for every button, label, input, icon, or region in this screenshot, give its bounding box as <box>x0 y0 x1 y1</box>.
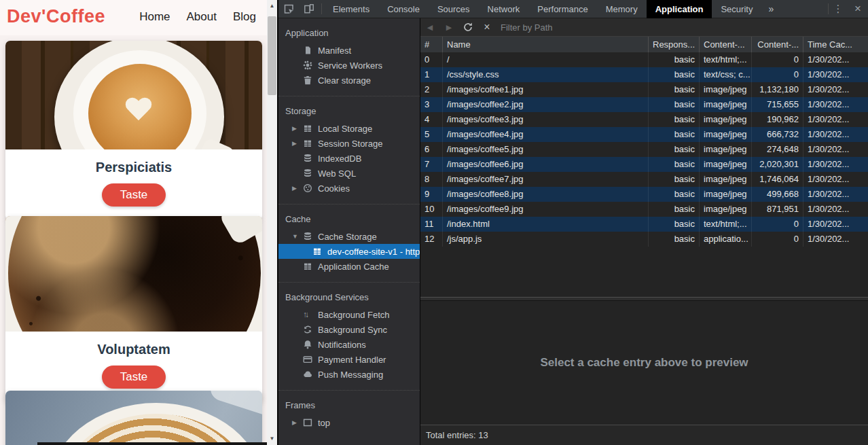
cell-response-type: basic <box>649 67 700 82</box>
scroll-down-icon[interactable]: ▼ <box>267 433 277 444</box>
devtools-tabbar: ElementsConsoleSourcesNetworkPerformance… <box>278 0 868 18</box>
cell-row-index: 4 <box>420 112 443 127</box>
cell-time-cached: 1/30/202... <box>803 217 868 232</box>
scroll-up-icon[interactable]: ▲ <box>267 0 277 11</box>
cache-entry-row[interactable]: 3/images/coffee2.jpgbasicimage/jpeg715,6… <box>420 97 868 112</box>
column-header-entry-name[interactable]: Name <box>443 37 649 52</box>
taste-button[interactable]: Taste <box>102 366 166 389</box>
inspect-element-icon[interactable] <box>278 0 299 18</box>
devtools-panel: ElementsConsoleSourcesNetworkPerformance… <box>277 0 868 445</box>
chevron-collapsed-icon[interactable]: ▶ <box>292 125 303 132</box>
cache-entry-row[interactable]: 0/basictext/html;...01/30/202... <box>420 52 868 67</box>
card-body: PerspiciatisTaste <box>5 149 262 220</box>
column-header-content-type[interactable]: Content-... <box>700 37 752 52</box>
column-header-time-cached[interactable]: Time Cac... <box>803 37 868 52</box>
nav-link-about[interactable]: About <box>187 10 217 24</box>
sidebar-item-top[interactable]: ▶top <box>278 415 420 430</box>
sidebar-item-service-workers[interactable]: Service Workers <box>278 58 420 73</box>
cache-entry-row[interactable]: 4/images/coffee3.jpgbasicimage/jpeg190,9… <box>420 112 868 127</box>
clear-icon: × <box>484 21 490 33</box>
sidebar-item-indexeddb[interactable]: IndexedDB <box>278 151 420 166</box>
cell-row-index: 3 <box>420 97 443 112</box>
column-header-response-type[interactable]: Respons... <box>649 37 700 52</box>
sidebar-item-background-sync[interactable]: Background Sync <box>278 322 420 337</box>
cache-statusbar: Total entries: 13 <box>420 425 868 445</box>
sidebar-item-dev-coffee-site-v1-http[interactable]: dev-coffee-site-v1 - http <box>278 244 420 259</box>
sidebar-item-notifications[interactable]: Notifications <box>278 337 420 352</box>
cache-entry-row[interactable]: 6/images/coffee5.jpgbasicimage/jpeg274,6… <box>420 142 868 157</box>
preview-placeholder-text: Select a cache entry above to preview <box>540 356 748 370</box>
sidebar-item-push-messaging[interactable]: Push Messaging <box>278 367 420 382</box>
column-header-content-length[interactable]: Content-... <box>752 37 803 52</box>
cache-entry-row[interactable]: 5/images/coffee4.jpgbasicimage/jpeg666,7… <box>420 127 868 142</box>
tab-sources[interactable]: Sources <box>429 0 479 18</box>
forward-button[interactable]: ▶ <box>439 18 458 37</box>
cell-content-length: 274,648 <box>752 142 803 157</box>
tab-memory[interactable]: Memory <box>597 0 647 18</box>
forward-icon: ▶ <box>446 23 452 32</box>
back-button[interactable]: ◀ <box>420 18 439 37</box>
tab-application[interactable]: Application <box>647 0 712 18</box>
sidebar-item-web-sql[interactable]: Web SQL <box>278 166 420 181</box>
cache-entry-row[interactable]: 12/js/app.jsbasicapplicatio...01/30/202.… <box>420 232 868 247</box>
cookie-icon <box>303 183 314 193</box>
cache-entry-row[interactable]: 8/images/coffee7.jpgbasicimage/jpeg1,746… <box>420 172 868 187</box>
column-header-row-index[interactable]: # <box>420 37 443 52</box>
tab-performance[interactable]: Performance <box>528 0 596 18</box>
chevron-expanded-icon[interactable]: ▼ <box>292 233 303 240</box>
sidebar-item-payment-handler[interactable]: Payment Handler <box>278 352 420 367</box>
cell-content-type: image/jpeg <box>700 127 752 142</box>
tab-console[interactable]: Console <box>378 0 429 18</box>
sidebar-item-application-cache[interactable]: Application Cache <box>278 259 420 274</box>
more-tabs-icon[interactable]: » <box>761 0 780 18</box>
cell-content-length: 871,951 <box>752 202 803 217</box>
sidebar-item-clear-storage[interactable]: Clear storage <box>278 73 420 88</box>
cell-content-length: 499,668 <box>752 187 803 202</box>
scrollbar-thumb[interactable] <box>268 16 276 95</box>
table-icon <box>303 124 314 133</box>
clear-button[interactable]: × <box>477 18 496 37</box>
page-scrollbar[interactable]: ▲ ▼ <box>267 0 277 445</box>
nav-link-home[interactable]: Home <box>139 10 170 24</box>
chevron-collapsed-icon[interactable]: ▶ <box>292 419 303 426</box>
sidebar-item-label: Manifest <box>318 46 351 56</box>
cell-time-cached: 1/30/202... <box>803 232 868 247</box>
sidebar-item-session-storage[interactable]: ▶Session Storage <box>278 136 420 151</box>
taste-button[interactable]: Taste <box>102 183 166 207</box>
tab-elements[interactable]: Elements <box>324 0 378 18</box>
cell-entry-name: /images/coffee2.jpg <box>443 97 649 112</box>
cache-entry-row[interactable]: 7/images/coffee6.jpgbasicimage/jpeg2,020… <box>420 157 868 172</box>
sidebar-item-local-storage[interactable]: ▶Local Storage <box>278 121 420 136</box>
tab-security[interactable]: Security <box>712 0 761 18</box>
cache-entry-row[interactable]: 10/images/coffee9.jpgbasicimage/jpeg871,… <box>420 202 868 217</box>
cache-table-header[interactable]: #NameRespons...Content-...Content-...Tim… <box>420 37 868 52</box>
cache-entry-row[interactable]: 1/css/style.cssbasictext/css; c...01/30/… <box>420 67 868 82</box>
cell-entry-name: /css/style.css <box>443 67 649 82</box>
chevron-collapsed-icon[interactable]: ▶ <box>292 140 303 147</box>
sidebar-item-cookies[interactable]: ▶Cookies <box>278 181 420 196</box>
chevron-collapsed-icon[interactable]: ▶ <box>292 185 303 192</box>
sidebar-item-cache-storage[interactable]: ▼Cache Storage <box>278 229 420 244</box>
cell-row-index: 9 <box>420 187 443 202</box>
cache-entry-row[interactable]: 11/index.htmlbasictext/html;...01/30/202… <box>420 217 868 232</box>
cache-entry-row[interactable]: 9/images/coffee8.jpgbasicimage/jpeg499,6… <box>420 187 868 202</box>
site-header: Dev'Coffee HomeAboutBlog <box>0 0 267 35</box>
cell-time-cached: 1/30/202... <box>803 82 868 97</box>
cell-content-length: 0 <box>752 67 803 82</box>
cell-response-type: basic <box>649 82 700 97</box>
cell-response-type: basic <box>649 187 700 202</box>
devtools-menu-icon[interactable]: ⋮ <box>829 3 848 15</box>
cell-entry-name: /index.html <box>443 217 649 232</box>
cell-time-cached: 1/30/202... <box>803 202 868 217</box>
filter-by-path-input[interactable] <box>501 20 863 35</box>
nav-link-blog[interactable]: Blog <box>233 10 256 24</box>
cache-entry-row[interactable]: 2/images/coffee1.jpgbasicimage/jpeg1,132… <box>420 82 868 97</box>
device-toolbar-icon[interactable] <box>299 0 319 18</box>
devtools-close-icon[interactable]: × <box>848 2 868 16</box>
tab-network[interactable]: Network <box>479 0 529 18</box>
refresh-button[interactable] <box>458 18 477 37</box>
cell-content-type: image/jpeg <box>700 97 752 112</box>
sidebar-item-manifest[interactable]: Manifest <box>278 43 420 58</box>
card-title: Perspiciatis <box>5 160 262 175</box>
sidebar-item-background-fetch[interactable]: ↑↓Background Fetch <box>278 307 420 322</box>
